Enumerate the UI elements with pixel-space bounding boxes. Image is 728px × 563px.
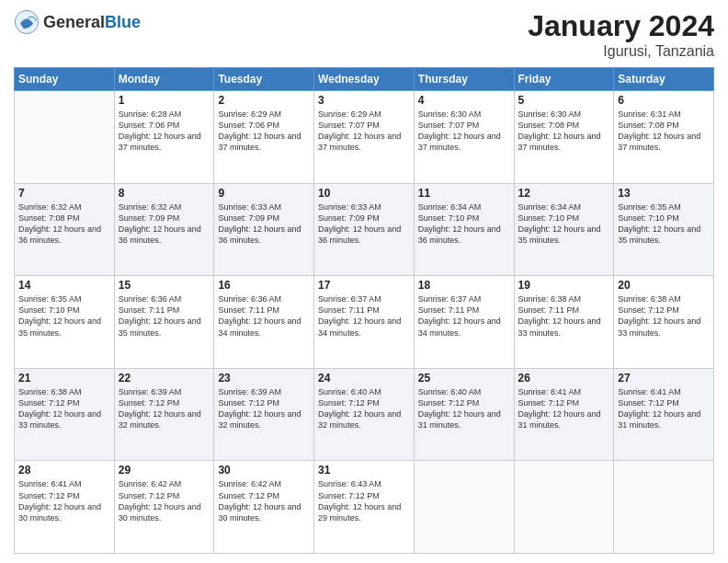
title-location: Igurusi, Tanzania <box>528 43 714 60</box>
week-row-5: 28Sunrise: 6:41 AM Sunset: 7:12 PM Dayli… <box>15 461 714 554</box>
day-cell <box>514 461 614 554</box>
logo-icon <box>14 9 40 35</box>
day-number: 3 <box>318 94 410 107</box>
day-number: 20 <box>618 279 710 292</box>
day-info: Sunrise: 6:40 AM Sunset: 7:12 PM Dayligh… <box>318 386 410 431</box>
day-cell: 2Sunrise: 6:29 AM Sunset: 7:06 PM Daylig… <box>214 91 314 184</box>
day-cell: 20Sunrise: 6:38 AM Sunset: 7:12 PM Dayli… <box>614 276 714 369</box>
day-cell: 1Sunrise: 6:28 AM Sunset: 7:06 PM Daylig… <box>114 91 214 184</box>
day-cell: 12Sunrise: 6:34 AM Sunset: 7:10 PM Dayli… <box>514 183 614 276</box>
header-thursday: Thursday <box>414 68 514 91</box>
day-number: 18 <box>418 279 510 292</box>
day-cell: 27Sunrise: 6:41 AM Sunset: 7:12 PM Dayli… <box>614 368 714 461</box>
day-info: Sunrise: 6:37 AM Sunset: 7:11 PM Dayligh… <box>418 293 510 339</box>
day-cell: 19Sunrise: 6:38 AM Sunset: 7:11 PM Dayli… <box>514 276 614 369</box>
day-info: Sunrise: 6:42 AM Sunset: 7:12 PM Dayligh… <box>218 478 310 523</box>
day-info: Sunrise: 6:43 AM Sunset: 7:12 PM Dayligh… <box>318 478 410 523</box>
day-info: Sunrise: 6:41 AM Sunset: 7:12 PM Dayligh… <box>618 386 710 431</box>
day-info: Sunrise: 6:33 AM Sunset: 7:09 PM Dayligh… <box>218 201 310 247</box>
day-info: Sunrise: 6:41 AM Sunset: 7:12 PM Dayligh… <box>18 478 110 523</box>
day-number: 8 <box>119 187 210 200</box>
day-number: 15 <box>119 279 210 292</box>
day-cell: 10Sunrise: 6:33 AM Sunset: 7:09 PM Dayli… <box>314 183 415 276</box>
header-tuesday: Tuesday <box>214 68 314 91</box>
day-cell: 11Sunrise: 6:34 AM Sunset: 7:10 PM Dayli… <box>414 183 514 276</box>
day-number: 26 <box>518 372 610 385</box>
calendar-table: Sunday Monday Tuesday Wednesday Thursday… <box>14 67 714 554</box>
header-saturday: Saturday <box>614 68 714 91</box>
day-cell: 22Sunrise: 6:39 AM Sunset: 7:12 PM Dayli… <box>114 368 214 461</box>
day-info: Sunrise: 6:38 AM Sunset: 7:12 PM Dayligh… <box>18 386 110 431</box>
day-cell: 28Sunrise: 6:41 AM Sunset: 7:12 PM Dayli… <box>15 461 115 554</box>
day-info: Sunrise: 6:39 AM Sunset: 7:12 PM Dayligh… <box>119 386 210 431</box>
day-info: Sunrise: 6:35 AM Sunset: 7:10 PM Dayligh… <box>18 293 110 339</box>
day-info: Sunrise: 6:37 AM Sunset: 7:11 PM Dayligh… <box>318 293 410 339</box>
week-row-4: 21Sunrise: 6:38 AM Sunset: 7:12 PM Dayli… <box>15 368 714 461</box>
header-monday: Monday <box>114 68 214 91</box>
day-number: 4 <box>418 94 510 107</box>
day-cell <box>414 461 514 554</box>
logo: GeneralBlue <box>14 9 141 35</box>
day-info: Sunrise: 6:34 AM Sunset: 7:10 PM Dayligh… <box>518 201 610 247</box>
day-info: Sunrise: 6:32 AM Sunset: 7:09 PM Dayligh… <box>119 201 210 247</box>
day-info: Sunrise: 6:32 AM Sunset: 7:08 PM Dayligh… <box>18 201 110 247</box>
day-info: Sunrise: 6:39 AM Sunset: 7:12 PM Dayligh… <box>218 386 310 431</box>
day-number: 1 <box>119 94 210 107</box>
day-info: Sunrise: 6:38 AM Sunset: 7:11 PM Dayligh… <box>518 293 610 339</box>
day-number: 31 <box>318 464 410 477</box>
day-cell: 17Sunrise: 6:37 AM Sunset: 7:11 PM Dayli… <box>314 276 415 369</box>
header: GeneralBlue January 2024 Igurusi, Tanzan… <box>14 9 714 60</box>
header-wednesday: Wednesday <box>314 68 415 91</box>
day-cell: 14Sunrise: 6:35 AM Sunset: 7:10 PM Dayli… <box>15 276 115 369</box>
day-cell: 7Sunrise: 6:32 AM Sunset: 7:08 PM Daylig… <box>15 183 115 276</box>
day-number: 25 <box>418 372 510 385</box>
day-cell: 31Sunrise: 6:43 AM Sunset: 7:12 PM Dayli… <box>314 461 415 554</box>
day-cell: 23Sunrise: 6:39 AM Sunset: 7:12 PM Dayli… <box>214 368 314 461</box>
day-cell: 26Sunrise: 6:41 AM Sunset: 7:12 PM Dayli… <box>514 368 614 461</box>
day-info: Sunrise: 6:28 AM Sunset: 7:06 PM Dayligh… <box>119 109 210 154</box>
header-friday: Friday <box>514 68 614 91</box>
logo-general: General <box>43 13 105 31</box>
day-number: 9 <box>218 187 310 200</box>
header-sunday: Sunday <box>15 68 115 91</box>
week-row-1: 1Sunrise: 6:28 AM Sunset: 7:06 PM Daylig… <box>15 91 714 184</box>
day-number: 7 <box>18 187 110 200</box>
day-cell: 15Sunrise: 6:36 AM Sunset: 7:11 PM Dayli… <box>114 276 214 369</box>
day-cell: 18Sunrise: 6:37 AM Sunset: 7:11 PM Dayli… <box>414 276 514 369</box>
day-number: 11 <box>418 187 510 200</box>
title-month: January 2024 <box>528 9 714 43</box>
day-info: Sunrise: 6:36 AM Sunset: 7:11 PM Dayligh… <box>119 293 210 339</box>
day-cell <box>15 91 115 184</box>
day-number: 17 <box>318 279 410 292</box>
day-cell: 24Sunrise: 6:40 AM Sunset: 7:12 PM Dayli… <box>314 368 415 461</box>
day-cell: 16Sunrise: 6:36 AM Sunset: 7:11 PM Dayli… <box>214 276 314 369</box>
day-number: 27 <box>618 372 710 385</box>
week-row-3: 14Sunrise: 6:35 AM Sunset: 7:10 PM Dayli… <box>15 276 714 369</box>
day-number: 2 <box>218 94 310 107</box>
day-info: Sunrise: 6:38 AM Sunset: 7:12 PM Dayligh… <box>618 293 710 339</box>
day-info: Sunrise: 6:33 AM Sunset: 7:09 PM Dayligh… <box>318 201 410 247</box>
day-number: 30 <box>218 464 310 477</box>
day-cell: 29Sunrise: 6:42 AM Sunset: 7:12 PM Dayli… <box>114 461 214 554</box>
week-row-2: 7Sunrise: 6:32 AM Sunset: 7:08 PM Daylig… <box>15 183 714 276</box>
day-info: Sunrise: 6:29 AM Sunset: 7:07 PM Dayligh… <box>318 109 410 154</box>
weekday-header-row: Sunday Monday Tuesday Wednesday Thursday… <box>15 68 714 91</box>
day-cell: 4Sunrise: 6:30 AM Sunset: 7:07 PM Daylig… <box>414 91 514 184</box>
day-number: 29 <box>119 464 210 477</box>
day-number: 16 <box>218 279 310 292</box>
day-info: Sunrise: 6:30 AM Sunset: 7:08 PM Dayligh… <box>518 109 610 154</box>
day-info: Sunrise: 6:42 AM Sunset: 7:12 PM Dayligh… <box>119 478 210 523</box>
day-number: 5 <box>518 94 610 107</box>
day-cell: 5Sunrise: 6:30 AM Sunset: 7:08 PM Daylig… <box>514 91 614 184</box>
day-number: 23 <box>218 372 310 385</box>
day-info: Sunrise: 6:34 AM Sunset: 7:10 PM Dayligh… <box>418 201 510 247</box>
day-info: Sunrise: 6:35 AM Sunset: 7:10 PM Dayligh… <box>618 201 710 247</box>
day-info: Sunrise: 6:31 AM Sunset: 7:08 PM Dayligh… <box>618 109 710 154</box>
day-number: 6 <box>618 94 710 107</box>
day-cell: 13Sunrise: 6:35 AM Sunset: 7:10 PM Dayli… <box>614 183 714 276</box>
day-cell: 25Sunrise: 6:40 AM Sunset: 7:12 PM Dayli… <box>414 368 514 461</box>
day-cell: 6Sunrise: 6:31 AM Sunset: 7:08 PM Daylig… <box>614 91 714 184</box>
day-number: 21 <box>18 372 110 385</box>
day-number: 14 <box>18 279 110 292</box>
day-cell <box>614 461 714 554</box>
